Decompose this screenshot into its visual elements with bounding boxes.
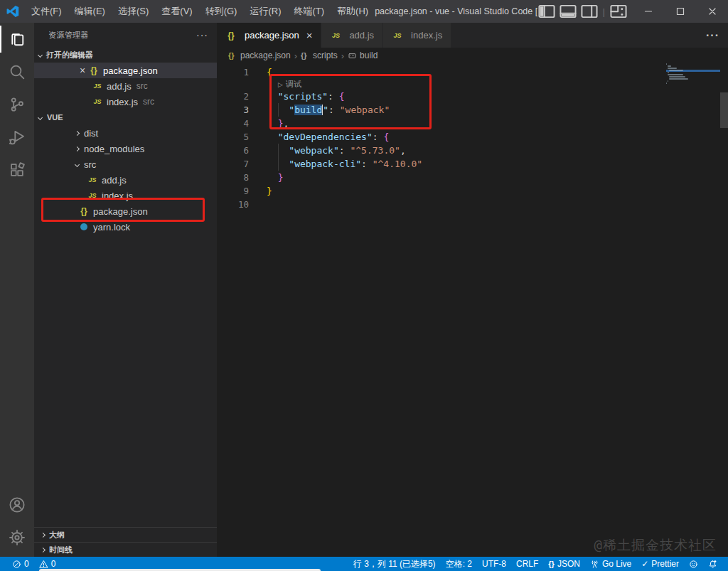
layout-controls: | (537, 2, 628, 21)
sidebar-title-row: 资源管理器 ··· (34, 23, 217, 47)
status-cursor-position[interactable]: 行 3，列 11 (已选择5) (348, 557, 441, 571)
broadcast-icon (590, 560, 599, 569)
menu-go[interactable]: 转到(G) (199, 0, 244, 23)
error-icon (12, 560, 21, 569)
tab-package-json[interactable]: {}package.json× (217, 23, 321, 48)
sidebar-bottom-sections: 大纲时间线 (34, 527, 217, 557)
minimize-button[interactable] (632, 0, 664, 23)
minimap-line (666, 82, 667, 84)
tree-folder-src[interactable]: src (34, 156, 217, 172)
menu-view[interactable]: 查看(V) (155, 0, 198, 23)
section-item[interactable]: 时间线 (34, 542, 217, 557)
menu-edit[interactable]: 编辑(E) (68, 0, 112, 23)
menu-help[interactable]: 帮助(H) (331, 0, 375, 23)
editor-group: {}package.json×JSadd.jsJSindex.js ··· {}… (217, 23, 728, 557)
symbol-icon (348, 51, 357, 60)
chevron-right-icon (75, 130, 80, 135)
yarn-file-icon (78, 222, 90, 233)
scrollbar-thumb[interactable] (720, 92, 728, 128)
status-eol[interactable]: CRLF (511, 557, 543, 571)
minimap[interactable] (666, 63, 720, 109)
breadcrumb-separator: › (294, 50, 297, 61)
code-line-6: 6 "webpack": "^5.73.0", (217, 144, 728, 157)
code-line-8: 8 } (217, 171, 728, 184)
minimap-line (668, 65, 670, 67)
tab-index-js[interactable]: JSindex.js (383, 23, 451, 48)
activity-extensions[interactable] (0, 154, 34, 186)
activity-bar (0, 23, 34, 557)
activity-source-control[interactable] (0, 88, 34, 121)
breadcrumb-package-json[interactable]: {}package.json (228, 50, 291, 60)
js-file-icon: JS (392, 32, 403, 39)
tab-label: add.js (349, 30, 374, 41)
tree-file-add-js[interactable]: JSadd.js (34, 172, 217, 188)
code-line-7: 7 "webpack-cli": "^4.10.0" (217, 157, 728, 171)
title-bar: 文件(F)编辑(E)选择(S)查看(V)转到(G)运行(R)终端(T)帮助(H)… (0, 0, 728, 23)
js-file-icon: JS (87, 176, 98, 183)
close-icon[interactable]: × (306, 29, 313, 41)
editor-scrollbar[interactable] (720, 63, 728, 557)
json-icon: {} (228, 51, 237, 60)
tree-folder-node-modules[interactable]: node_modules (34, 141, 217, 156)
line-number: 4 (217, 117, 249, 130)
menu-selection[interactable]: 选择(S) (112, 0, 155, 23)
more-actions-icon[interactable]: ··· (706, 29, 719, 42)
code-line-9: 9} (217, 184, 728, 198)
activity-accounts[interactable] (0, 489, 34, 521)
section-item[interactable]: 大纲 (34, 527, 217, 542)
breadcrumb-scripts[interactable]: {}scripts (301, 50, 338, 60)
close-icon[interactable]: × (77, 65, 88, 76)
tab-bar: {}package.json×JSadd.jsJSindex.js ··· (217, 23, 728, 48)
bell-dot-icon (708, 560, 717, 569)
layout-panel-icon[interactable] (559, 2, 577, 21)
menu-run[interactable]: 运行(R) (243, 0, 287, 23)
minimap-line (669, 78, 687, 80)
window-title: package.json - vue - Visual Studio Code … (375, 6, 537, 18)
minimap-line (668, 68, 677, 69)
window-controls (632, 0, 728, 23)
sidebar-title: 资源管理器 (48, 30, 89, 41)
activity-explorer[interactable] (0, 23, 34, 55)
line-number: 7 (217, 157, 249, 171)
menu-terminal[interactable]: 终端(T) (287, 0, 331, 23)
menu-file[interactable]: 文件(F) (25, 0, 68, 23)
status-problems-errors[interactable]: 0 (7, 557, 34, 571)
open-editor-package-json[interactable]: ×{}package.json (34, 63, 217, 78)
open-editor-add-js[interactable]: JSadd.jssrc (34, 78, 217, 94)
layout-sidebar-right-icon[interactable] (580, 2, 599, 21)
breadcrumb-build[interactable]: build (348, 50, 378, 60)
code-editor[interactable]: 1{▷调试2 "scripts": {3 "build": "webpack"4… (217, 63, 728, 557)
braces-icon: {} (548, 560, 555, 568)
status-feedback[interactable] (684, 557, 703, 571)
status-indentation[interactable]: 空格: 2 (441, 557, 477, 571)
tree-root-header[interactable]: VUE (34, 110, 217, 125)
close-button[interactable] (696, 0, 728, 23)
open-editor-index-js[interactable]: JSindex.jssrc (34, 94, 217, 110)
status-encoding[interactable]: UTF-8 (477, 557, 511, 571)
activity-search[interactable] (0, 55, 34, 88)
line-number: 9 (217, 184, 249, 198)
status-go-live[interactable]: Go Live (585, 557, 636, 571)
tree-folder-dist[interactable]: dist (34, 125, 217, 141)
sidebar-more-actions-icon[interactable]: ··· (196, 29, 208, 41)
line-number: 2 (217, 90, 249, 103)
activity-run-debug[interactable] (0, 121, 34, 154)
annotation-rect-code (269, 74, 432, 129)
folder-label: src (84, 159, 96, 170)
status-notifications[interactable] (703, 557, 722, 571)
maximize-button[interactable] (664, 0, 696, 23)
layout-sidebar-left-icon[interactable] (537, 2, 556, 21)
minimap-line (666, 63, 667, 65)
file-label: package.json (103, 65, 158, 76)
layout-customize-icon[interactable] (609, 2, 628, 21)
tab-add-js[interactable]: JSadd.js (321, 23, 383, 48)
chevron-down-icon (38, 114, 43, 119)
chevron-right-icon (41, 532, 46, 537)
json-file-icon: {} (88, 65, 100, 75)
status-prettier[interactable]: ✓Prettier (636, 557, 684, 571)
activity-settings[interactable] (0, 521, 34, 554)
breadcrumb: {}package.json›{}scripts›build (217, 48, 728, 63)
open-editors-header[interactable]: 打开的编辑器 (34, 47, 217, 63)
editor-actions: ··· (699, 23, 728, 48)
status-language-mode[interactable]: {}JSON (543, 557, 585, 571)
